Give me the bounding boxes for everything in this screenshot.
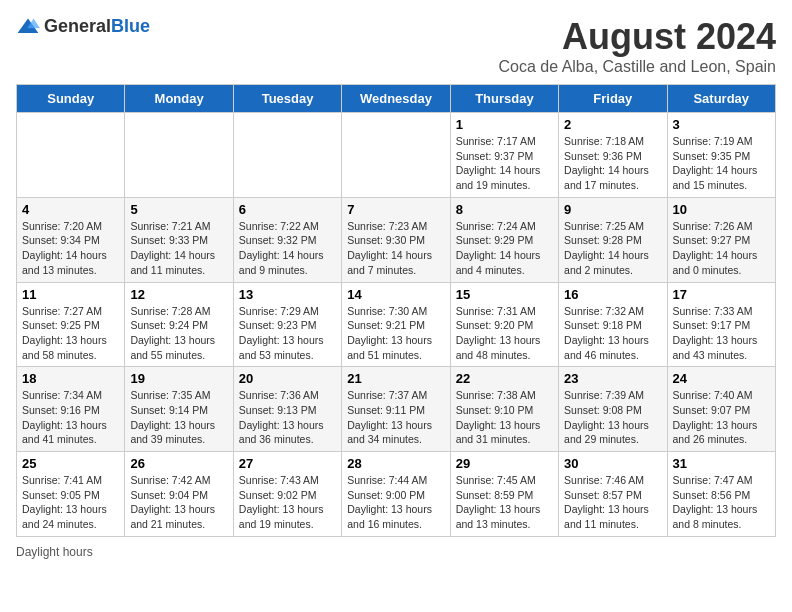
calendar-cell: 27Sunrise: 7:43 AM Sunset: 9:02 PM Dayli…	[233, 452, 341, 537]
day-number: 5	[130, 202, 227, 217]
footer: Daylight hours	[16, 545, 776, 559]
day-number: 27	[239, 456, 336, 471]
day-number: 26	[130, 456, 227, 471]
day-info: Sunrise: 7:22 AM Sunset: 9:32 PM Dayligh…	[239, 219, 336, 278]
calendar-cell: 19Sunrise: 7:35 AM Sunset: 9:14 PM Dayli…	[125, 367, 233, 452]
day-info: Sunrise: 7:37 AM Sunset: 9:11 PM Dayligh…	[347, 388, 444, 447]
daylight-label: Daylight hours	[16, 545, 93, 559]
calendar-cell: 7Sunrise: 7:23 AM Sunset: 9:30 PM Daylig…	[342, 197, 450, 282]
day-info: Sunrise: 7:46 AM Sunset: 8:57 PM Dayligh…	[564, 473, 661, 532]
day-number: 22	[456, 371, 553, 386]
calendar-cell	[233, 113, 341, 198]
col-header-thursday: Thursday	[450, 85, 558, 113]
calendar-cell: 25Sunrise: 7:41 AM Sunset: 9:05 PM Dayli…	[17, 452, 125, 537]
title-area: August 2024 Coca de Alba, Castille and L…	[498, 16, 776, 76]
calendar-cell: 4Sunrise: 7:20 AM Sunset: 9:34 PM Daylig…	[17, 197, 125, 282]
day-number: 15	[456, 287, 553, 302]
day-info: Sunrise: 7:41 AM Sunset: 9:05 PM Dayligh…	[22, 473, 119, 532]
calendar-cell: 20Sunrise: 7:36 AM Sunset: 9:13 PM Dayli…	[233, 367, 341, 452]
day-number: 19	[130, 371, 227, 386]
day-number: 23	[564, 371, 661, 386]
day-number: 6	[239, 202, 336, 217]
day-number: 29	[456, 456, 553, 471]
day-number: 20	[239, 371, 336, 386]
col-header-monday: Monday	[125, 85, 233, 113]
day-info: Sunrise: 7:31 AM Sunset: 9:20 PM Dayligh…	[456, 304, 553, 363]
calendar-cell: 10Sunrise: 7:26 AM Sunset: 9:27 PM Dayli…	[667, 197, 775, 282]
calendar-cell: 15Sunrise: 7:31 AM Sunset: 9:20 PM Dayli…	[450, 282, 558, 367]
col-header-tuesday: Tuesday	[233, 85, 341, 113]
calendar-cell: 18Sunrise: 7:34 AM Sunset: 9:16 PM Dayli…	[17, 367, 125, 452]
calendar-cell	[125, 113, 233, 198]
day-info: Sunrise: 7:26 AM Sunset: 9:27 PM Dayligh…	[673, 219, 770, 278]
day-number: 21	[347, 371, 444, 386]
week-row-1: 1Sunrise: 7:17 AM Sunset: 9:37 PM Daylig…	[17, 113, 776, 198]
day-info: Sunrise: 7:43 AM Sunset: 9:02 PM Dayligh…	[239, 473, 336, 532]
calendar-cell: 6Sunrise: 7:22 AM Sunset: 9:32 PM Daylig…	[233, 197, 341, 282]
day-info: Sunrise: 7:19 AM Sunset: 9:35 PM Dayligh…	[673, 134, 770, 193]
calendar-cell: 24Sunrise: 7:40 AM Sunset: 9:07 PM Dayli…	[667, 367, 775, 452]
day-info: Sunrise: 7:17 AM Sunset: 9:37 PM Dayligh…	[456, 134, 553, 193]
calendar-cell	[342, 113, 450, 198]
day-info: Sunrise: 7:28 AM Sunset: 9:24 PM Dayligh…	[130, 304, 227, 363]
calendar-cell: 9Sunrise: 7:25 AM Sunset: 9:28 PM Daylig…	[559, 197, 667, 282]
calendar-cell: 1Sunrise: 7:17 AM Sunset: 9:37 PM Daylig…	[450, 113, 558, 198]
col-header-sunday: Sunday	[17, 85, 125, 113]
logo-icon	[16, 17, 40, 37]
calendar-cell: 2Sunrise: 7:18 AM Sunset: 9:36 PM Daylig…	[559, 113, 667, 198]
month-title: August 2024	[498, 16, 776, 58]
day-number: 17	[673, 287, 770, 302]
day-info: Sunrise: 7:42 AM Sunset: 9:04 PM Dayligh…	[130, 473, 227, 532]
day-info: Sunrise: 7:47 AM Sunset: 8:56 PM Dayligh…	[673, 473, 770, 532]
calendar-cell: 8Sunrise: 7:24 AM Sunset: 9:29 PM Daylig…	[450, 197, 558, 282]
day-info: Sunrise: 7:29 AM Sunset: 9:23 PM Dayligh…	[239, 304, 336, 363]
calendar-cell: 21Sunrise: 7:37 AM Sunset: 9:11 PM Dayli…	[342, 367, 450, 452]
calendar-cell: 11Sunrise: 7:27 AM Sunset: 9:25 PM Dayli…	[17, 282, 125, 367]
calendar-cell: 28Sunrise: 7:44 AM Sunset: 9:00 PM Dayli…	[342, 452, 450, 537]
logo-text: GeneralBlue	[44, 16, 150, 37]
day-info: Sunrise: 7:44 AM Sunset: 9:00 PM Dayligh…	[347, 473, 444, 532]
day-info: Sunrise: 7:36 AM Sunset: 9:13 PM Dayligh…	[239, 388, 336, 447]
day-number: 3	[673, 117, 770, 132]
day-info: Sunrise: 7:32 AM Sunset: 9:18 PM Dayligh…	[564, 304, 661, 363]
col-header-friday: Friday	[559, 85, 667, 113]
day-number: 2	[564, 117, 661, 132]
calendar-cell: 31Sunrise: 7:47 AM Sunset: 8:56 PM Dayli…	[667, 452, 775, 537]
day-info: Sunrise: 7:24 AM Sunset: 9:29 PM Dayligh…	[456, 219, 553, 278]
day-info: Sunrise: 7:34 AM Sunset: 9:16 PM Dayligh…	[22, 388, 119, 447]
day-info: Sunrise: 7:45 AM Sunset: 8:59 PM Dayligh…	[456, 473, 553, 532]
day-info: Sunrise: 7:18 AM Sunset: 9:36 PM Dayligh…	[564, 134, 661, 193]
day-info: Sunrise: 7:25 AM Sunset: 9:28 PM Dayligh…	[564, 219, 661, 278]
week-row-4: 18Sunrise: 7:34 AM Sunset: 9:16 PM Dayli…	[17, 367, 776, 452]
col-header-saturday: Saturday	[667, 85, 775, 113]
day-number: 8	[456, 202, 553, 217]
week-row-5: 25Sunrise: 7:41 AM Sunset: 9:05 PM Dayli…	[17, 452, 776, 537]
day-info: Sunrise: 7:33 AM Sunset: 9:17 PM Dayligh…	[673, 304, 770, 363]
day-number: 7	[347, 202, 444, 217]
day-number: 24	[673, 371, 770, 386]
calendar-cell: 12Sunrise: 7:28 AM Sunset: 9:24 PM Dayli…	[125, 282, 233, 367]
day-number: 9	[564, 202, 661, 217]
calendar-cell: 23Sunrise: 7:39 AM Sunset: 9:08 PM Dayli…	[559, 367, 667, 452]
logo: GeneralBlue	[16, 16, 150, 37]
day-info: Sunrise: 7:20 AM Sunset: 9:34 PM Dayligh…	[22, 219, 119, 278]
calendar-cell: 3Sunrise: 7:19 AM Sunset: 9:35 PM Daylig…	[667, 113, 775, 198]
calendar-cell: 22Sunrise: 7:38 AM Sunset: 9:10 PM Dayli…	[450, 367, 558, 452]
calendar-cell: 26Sunrise: 7:42 AM Sunset: 9:04 PM Dayli…	[125, 452, 233, 537]
day-number: 25	[22, 456, 119, 471]
day-number: 10	[673, 202, 770, 217]
day-number: 18	[22, 371, 119, 386]
day-info: Sunrise: 7:21 AM Sunset: 9:33 PM Dayligh…	[130, 219, 227, 278]
day-number: 28	[347, 456, 444, 471]
day-number: 13	[239, 287, 336, 302]
day-number: 11	[22, 287, 119, 302]
day-info: Sunrise: 7:40 AM Sunset: 9:07 PM Dayligh…	[673, 388, 770, 447]
calendar-cell: 16Sunrise: 7:32 AM Sunset: 9:18 PM Dayli…	[559, 282, 667, 367]
week-row-3: 11Sunrise: 7:27 AM Sunset: 9:25 PM Dayli…	[17, 282, 776, 367]
calendar-cell: 14Sunrise: 7:30 AM Sunset: 9:21 PM Dayli…	[342, 282, 450, 367]
calendar-cell: 17Sunrise: 7:33 AM Sunset: 9:17 PM Dayli…	[667, 282, 775, 367]
header: GeneralBlue August 2024 Coca de Alba, Ca…	[16, 16, 776, 76]
calendar-cell: 13Sunrise: 7:29 AM Sunset: 9:23 PM Dayli…	[233, 282, 341, 367]
subtitle: Coca de Alba, Castille and Leon, Spain	[498, 58, 776, 76]
day-number: 4	[22, 202, 119, 217]
